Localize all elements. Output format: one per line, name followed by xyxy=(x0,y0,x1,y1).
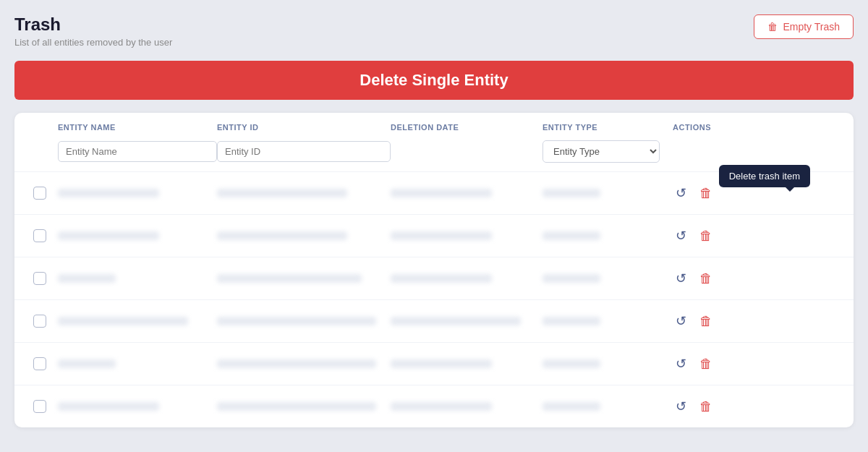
table-body: Delete trash item ↺ 🗑 xyxy=(14,171,854,427)
restore-button[interactable]: ↺ xyxy=(673,182,689,204)
row-actions: Delete trash item ↺ 🗑 xyxy=(673,182,760,204)
table-row: ↺ 🗑 xyxy=(14,343,854,385)
row-checkbox-cell xyxy=(22,272,58,285)
delete-icon: 🗑 xyxy=(699,229,712,243)
row-deletion-date xyxy=(391,317,542,325)
restore-button[interactable]: ↺ xyxy=(673,396,689,417)
row-entity-name xyxy=(58,274,217,283)
row-checkbox-cell xyxy=(22,229,58,242)
row-entity-type xyxy=(542,231,673,240)
delete-icon: 🗑 xyxy=(699,314,712,328)
col-entity-id: ENTITY ID xyxy=(217,123,391,132)
col-entity-name: ENTITY NAME xyxy=(58,123,217,132)
page-subtitle: List of all entities removed by the user xyxy=(14,37,172,48)
entity-id-filter-input[interactable] xyxy=(217,141,391,162)
table-row: ↺ 🗑 xyxy=(14,385,854,427)
restore-icon: ↺ xyxy=(676,229,686,243)
row-entity-name xyxy=(58,317,217,325)
row-actions: ↺ 🗑 xyxy=(673,396,760,417)
delete-button[interactable]: 🗑 xyxy=(697,183,715,204)
row-entity-type xyxy=(542,402,673,411)
row-entity-type xyxy=(542,274,673,283)
row-checkbox-cell xyxy=(22,315,58,328)
delete-button[interactable]: 🗑 xyxy=(697,396,715,417)
row-entity-type xyxy=(542,189,673,197)
page-wrapper: Trash List of all entities removed by th… xyxy=(0,0,868,452)
restore-button[interactable]: ↺ xyxy=(673,225,689,247)
header-left: Trash List of all entities removed by th… xyxy=(14,14,172,48)
delete-button[interactable]: 🗑 xyxy=(697,354,715,375)
row-entity-id xyxy=(217,274,391,283)
row-entity-id xyxy=(217,317,391,325)
row-checkbox[interactable] xyxy=(33,357,46,370)
page-header: Trash List of all entities removed by th… xyxy=(14,14,854,48)
table-row: Delete trash item ↺ 🗑 xyxy=(14,172,854,215)
row-actions: ↺ 🗑 xyxy=(673,353,760,375)
row-checkbox[interactable] xyxy=(33,315,46,328)
row-entity-name xyxy=(58,402,217,411)
row-checkbox[interactable] xyxy=(33,229,46,242)
row-actions: ↺ 🗑 xyxy=(673,225,760,247)
row-checkbox[interactable] xyxy=(33,272,46,285)
restore-icon: ↺ xyxy=(676,399,686,414)
delete-button[interactable]: 🗑 xyxy=(697,226,715,247)
row-deletion-date xyxy=(391,231,542,240)
row-deletion-date xyxy=(391,402,542,411)
col-entity-type: ENTITY TYPE xyxy=(542,123,673,132)
restore-icon: ↺ xyxy=(676,271,686,286)
entity-type-filter-select[interactable]: Entity Type Type A Type B Type C xyxy=(542,140,660,163)
row-entity-id xyxy=(217,359,391,368)
table-row: ↺ 🗑 xyxy=(14,215,854,257)
trash-icon: 🗑 xyxy=(767,21,778,33)
table-row: ↺ 🗑 xyxy=(14,300,854,343)
delete-icon: 🗑 xyxy=(699,186,712,200)
row-entity-id xyxy=(217,231,391,240)
col-actions: ACTIONS xyxy=(673,123,760,132)
trash-table-card: ENTITY NAME ENTITY ID DELETION DATE ENTI… xyxy=(14,113,854,427)
filter-entity-id-wrapper xyxy=(217,141,391,162)
delete-icon: 🗑 xyxy=(699,271,712,286)
filter-entity-type-wrapper: Entity Type Type A Type B Type C xyxy=(542,140,673,163)
row-actions: ↺ 🗑 xyxy=(673,310,760,332)
delete-button[interactable]: 🗑 xyxy=(697,268,715,289)
row-checkbox-cell xyxy=(22,400,58,413)
row-deletion-date xyxy=(391,189,542,197)
restore-button[interactable]: ↺ xyxy=(673,310,689,332)
row-checkbox-cell xyxy=(22,187,58,200)
restore-icon: ↺ xyxy=(676,357,686,371)
entity-name-filter-input[interactable] xyxy=(58,141,217,162)
row-actions: ↺ 🗑 xyxy=(673,268,760,289)
row-checkbox-cell xyxy=(22,357,58,370)
filter-row: Entity Type Type A Type B Type C xyxy=(14,137,854,171)
restore-icon: ↺ xyxy=(676,314,686,328)
row-entity-name xyxy=(58,359,217,368)
table-row: ↺ 🗑 xyxy=(14,257,854,300)
delete-icon: 🗑 xyxy=(699,399,712,414)
empty-trash-button[interactable]: 🗑 Empty Trash xyxy=(754,14,854,39)
delete-icon: 🗑 xyxy=(699,357,712,371)
restore-icon: ↺ xyxy=(676,186,686,200)
restore-button[interactable]: ↺ xyxy=(673,268,689,289)
row-checkbox[interactable] xyxy=(33,187,46,200)
row-entity-name xyxy=(58,189,217,197)
table-header: ENTITY NAME ENTITY ID DELETION DATE ENTI… xyxy=(14,113,854,137)
row-entity-type xyxy=(542,359,673,368)
row-entity-type xyxy=(542,317,673,325)
delete-button[interactable]: 🗑 xyxy=(697,311,715,332)
delete-single-entity-banner: Delete Single Entity xyxy=(14,61,854,100)
row-entity-id xyxy=(217,402,391,411)
row-entity-id xyxy=(217,189,391,197)
row-checkbox[interactable] xyxy=(33,400,46,413)
row-deletion-date xyxy=(391,359,542,368)
row-deletion-date xyxy=(391,274,542,283)
col-deletion-date: DELETION DATE xyxy=(391,123,542,132)
restore-button[interactable]: ↺ xyxy=(673,353,689,375)
row-entity-name xyxy=(58,231,217,240)
page-title: Trash xyxy=(14,14,172,35)
filter-entity-name-wrapper xyxy=(58,141,217,162)
